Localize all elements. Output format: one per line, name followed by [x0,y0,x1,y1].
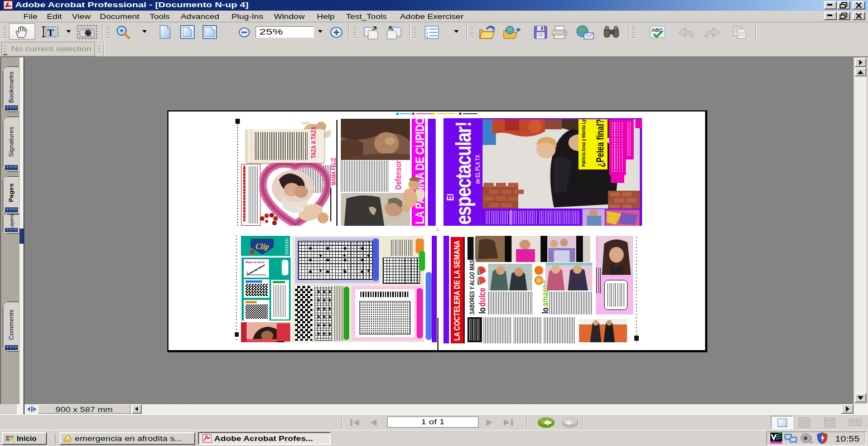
svg-text:Clip: Clip [255,243,269,251]
svg-text:T: T [47,27,54,38]
svg-text:Mapa de letras: Mapa de letras [245,260,265,264]
